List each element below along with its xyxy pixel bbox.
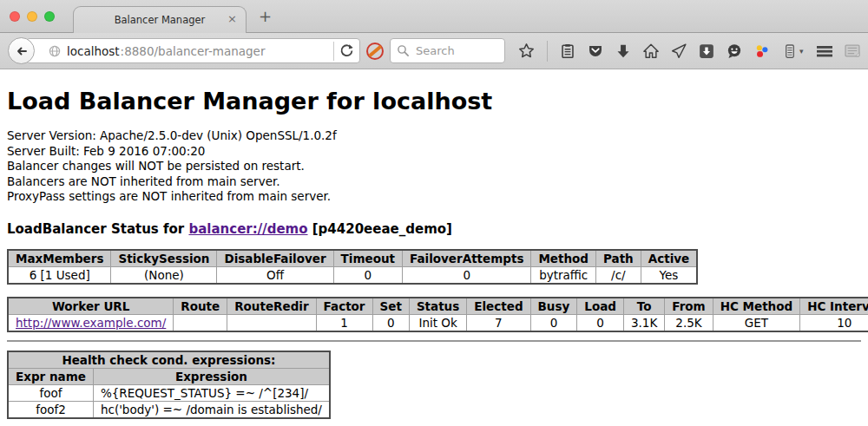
search-icon bbox=[397, 44, 410, 57]
pocket-icon bbox=[588, 43, 603, 59]
health-header-row: Expr name Expression bbox=[8, 368, 330, 384]
worker-data-row: http://www.example.com/ 1 0 Init Ok 7 0 … bbox=[8, 314, 868, 331]
pocket-button[interactable] bbox=[588, 43, 603, 59]
col-hc-method: HC Method bbox=[713, 298, 800, 315]
new-tab-button[interactable]: + bbox=[259, 7, 272, 25]
balancer-data-row: 6 [1 Used] (None) Off 0 0 bytraffic /c/ … bbox=[8, 266, 697, 284]
tab-close-icon[interactable]: × bbox=[227, 13, 237, 24]
col-factor: Factor bbox=[316, 298, 372, 315]
col-disablefailover: DisableFailover bbox=[217, 250, 333, 267]
cell-stickysession: (None) bbox=[111, 266, 217, 284]
health-data-row: foof %{REQUEST_STATUS} =~ /^[234]/ bbox=[8, 384, 330, 401]
worker-url-link[interactable]: http://www.example.com/ bbox=[16, 316, 166, 330]
health-title-row: Health check cond. expressions: bbox=[8, 351, 330, 369]
cell-expression-foof: %{REQUEST_STATUS} =~ /^[234]/ bbox=[93, 384, 330, 401]
back-button[interactable] bbox=[8, 37, 35, 64]
colored-dots-icon bbox=[754, 43, 770, 59]
hamburger-menu-button[interactable] bbox=[816, 44, 833, 58]
reload-icon bbox=[339, 43, 354, 58]
reading-list-button[interactable] bbox=[560, 43, 575, 59]
cell-expr-name-foof: foof bbox=[8, 384, 93, 401]
col-timeout: Timeout bbox=[333, 250, 402, 267]
url-host: localhost bbox=[67, 44, 120, 58]
hamburger-icon bbox=[816, 44, 833, 58]
cell-set: 0 bbox=[372, 314, 409, 331]
battery-icon bbox=[782, 43, 798, 59]
cell-routeredir bbox=[227, 314, 316, 331]
cell-failoverattempts: 0 bbox=[403, 266, 531, 284]
inherit-note-line: Balancers are NOT inherited from main se… bbox=[7, 174, 861, 190]
cell-from: 2.5K bbox=[665, 314, 713, 331]
cell-active: Yes bbox=[641, 266, 697, 284]
home-icon bbox=[643, 43, 659, 59]
col-path: Path bbox=[596, 250, 641, 267]
window-controls bbox=[10, 11, 55, 22]
loadbalancer-status-heading: LoadBalancer Status for balancer://demo … bbox=[7, 221, 861, 237]
downloads-button[interactable] bbox=[615, 43, 631, 59]
worker-status-table: Worker URL Route RouteRedir Factor Set S… bbox=[7, 297, 868, 332]
cell-worker-url: http://www.example.com/ bbox=[8, 314, 174, 331]
window-close-button[interactable] bbox=[10, 11, 20, 22]
col-method: Method bbox=[531, 250, 596, 267]
cell-status: Init Ok bbox=[409, 314, 466, 331]
browser-titlebar: Balancer Manager × + bbox=[0, 0, 868, 33]
cell-method: bytraffic bbox=[531, 266, 596, 284]
col-failoverattempts: FailoverAttempts bbox=[403, 250, 531, 267]
col-expression: Expression bbox=[93, 368, 330, 384]
search-bar[interactable] bbox=[390, 38, 505, 63]
battery-extension-button[interactable]: ▾ bbox=[782, 43, 804, 59]
status-prefix: LoadBalancer Status for bbox=[7, 221, 188, 237]
reload-button[interactable] bbox=[339, 43, 354, 58]
url-bar[interactable]: localhost:8880/balancer-manager bbox=[26, 38, 360, 63]
cell-elected: 7 bbox=[467, 314, 530, 331]
col-set: Set bbox=[372, 298, 409, 315]
toolbar-icons: ▾ bbox=[518, 41, 861, 62]
cell-load: 0 bbox=[577, 314, 624, 331]
window-zoom-button[interactable] bbox=[44, 11, 55, 22]
cell-hc-interval: 10 bbox=[800, 314, 868, 331]
page-title: Load Balancer Manager for localhost bbox=[7, 88, 861, 115]
health-table-title: Health check cond. expressions: bbox=[8, 351, 330, 369]
col-status: Status bbox=[409, 298, 466, 315]
download-helper-button[interactable] bbox=[699, 43, 714, 59]
send-tab-button[interactable] bbox=[671, 43, 687, 59]
download-box-icon bbox=[699, 43, 714, 59]
cell-hc-method: GET bbox=[713, 314, 800, 331]
worker-header-row: Worker URL Route RouteRedir Factor Set S… bbox=[8, 298, 868, 315]
balancer-header-row: MaxMembers StickySession DisableFailover… bbox=[8, 250, 697, 267]
tab-balancer-manager[interactable]: Balancer Manager × bbox=[73, 6, 247, 33]
keyboard-extension-button[interactable] bbox=[845, 43, 861, 58]
bookmark-star-button[interactable] bbox=[518, 43, 535, 59]
globe-icon bbox=[48, 44, 62, 58]
colored-dots-extension-button[interactable] bbox=[754, 43, 770, 59]
col-route: Route bbox=[174, 298, 227, 315]
col-elected: Elected bbox=[467, 298, 530, 315]
paper-plane-icon bbox=[671, 43, 687, 59]
search-input[interactable] bbox=[414, 43, 494, 58]
keyboard-grid-icon bbox=[845, 43, 861, 58]
balancer-demo-link[interactable]: balancer://demo bbox=[188, 221, 307, 237]
star-icon bbox=[518, 43, 535, 59]
section-divider bbox=[7, 340, 861, 342]
cell-route bbox=[174, 314, 227, 331]
content-blocker-button[interactable] bbox=[366, 43, 384, 60]
cell-busy: 0 bbox=[530, 314, 577, 331]
menu-group bbox=[816, 43, 861, 58]
col-stickysession: StickySession bbox=[111, 250, 217, 267]
proxypass-note-line: ProxyPass settings are NOT inherited fro… bbox=[7, 189, 861, 205]
home-button[interactable] bbox=[643, 43, 659, 59]
server-built-line: Server Built: Feb 9 2016 07:00:20 bbox=[7, 144, 861, 160]
cell-expression-foof2: hc('body') =~ /domain is established/ bbox=[93, 401, 330, 418]
window-minimize-button[interactable] bbox=[27, 11, 37, 22]
forum-extension-button[interactable] bbox=[727, 43, 742, 59]
page-content: Load Balancer Manager for localhost Serv… bbox=[0, 88, 868, 426]
status-suffix: [p4420eeae_demo] bbox=[308, 221, 452, 237]
server-version-line: Server Version: Apache/2.5.0-dev (Unix) … bbox=[7, 128, 861, 144]
col-busy: Busy bbox=[530, 298, 577, 315]
cell-expr-name-foof2: foof2 bbox=[8, 401, 93, 418]
urlbar-divider bbox=[333, 42, 334, 61]
col-from: From bbox=[665, 298, 713, 315]
cell-path: /c/ bbox=[596, 266, 641, 284]
cell-factor: 1 bbox=[316, 314, 372, 331]
cell-maxmembers: 6 [1 Used] bbox=[8, 266, 111, 284]
